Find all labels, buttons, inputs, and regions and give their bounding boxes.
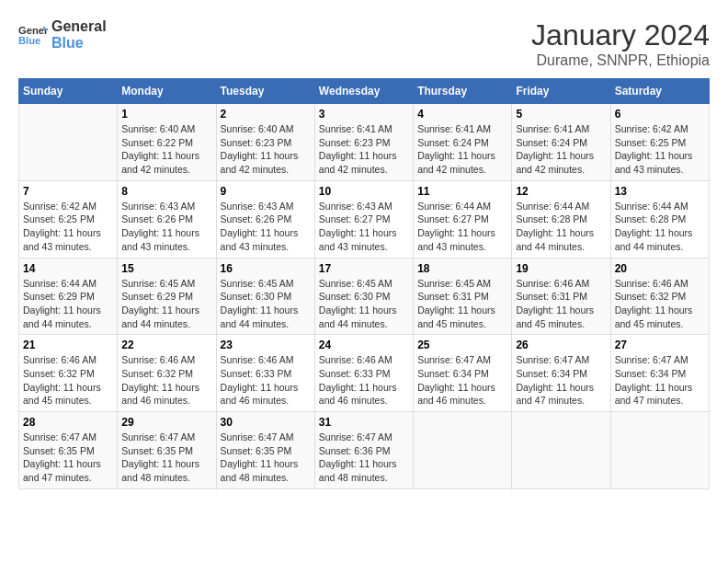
day-info: Sunrise: 6:41 AMSunset: 6:24 PMDaylight:… bbox=[516, 122, 606, 177]
week-row-3: 14Sunrise: 6:44 AMSunset: 6:29 PMDayligh… bbox=[19, 258, 710, 335]
calendar-cell: 14Sunrise: 6:44 AMSunset: 6:29 PMDayligh… bbox=[19, 258, 118, 335]
calendar-cell: 12Sunrise: 6:44 AMSunset: 6:28 PMDayligh… bbox=[512, 180, 610, 258]
day-number: 25 bbox=[417, 339, 507, 351]
day-info: Sunrise: 6:42 AMSunset: 6:25 PMDaylight:… bbox=[615, 122, 705, 177]
day-number: 22 bbox=[121, 339, 211, 351]
calendar-cell: 30Sunrise: 6:47 AMSunset: 6:35 PMDayligh… bbox=[216, 412, 314, 489]
calendar-cell: 10Sunrise: 6:43 AMSunset: 6:27 PMDayligh… bbox=[314, 180, 413, 258]
day-number: 11 bbox=[417, 185, 507, 198]
calendar-cell: 21Sunrise: 6:46 AMSunset: 6:32 PMDayligh… bbox=[19, 335, 118, 412]
day-number: 15 bbox=[121, 262, 211, 275]
day-info: Sunrise: 6:44 AMSunset: 6:28 PMDaylight:… bbox=[516, 200, 606, 254]
day-info: Sunrise: 6:46 AMSunset: 6:33 PMDaylight:… bbox=[319, 353, 409, 408]
day-info: Sunrise: 6:44 AMSunset: 6:27 PMDaylight:… bbox=[417, 200, 507, 254]
calendar-cell: 18Sunrise: 6:45 AMSunset: 6:31 PMDayligh… bbox=[414, 258, 512, 335]
title-block: January 2024 Durame, SNNPR, Ethiopia bbox=[531, 18, 710, 69]
day-info: Sunrise: 6:45 AMSunset: 6:31 PMDaylight:… bbox=[417, 277, 507, 331]
day-number: 20 bbox=[615, 262, 705, 275]
calendar-cell: 23Sunrise: 6:46 AMSunset: 6:33 PMDayligh… bbox=[216, 335, 314, 412]
calendar-cell: 6Sunrise: 6:42 AMSunset: 6:25 PMDaylight… bbox=[610, 104, 709, 181]
day-number: 9 bbox=[221, 185, 311, 198]
calendar-cell: 5Sunrise: 6:41 AMSunset: 6:24 PMDaylight… bbox=[512, 104, 610, 181]
day-number: 13 bbox=[615, 185, 705, 198]
subtitle: Durame, SNNPR, Ethiopia bbox=[531, 52, 710, 69]
logo-line2: Blue bbox=[51, 35, 107, 52]
page-header: General Blue General Blue January 2024 D… bbox=[18, 18, 710, 69]
day-number: 3 bbox=[319, 108, 409, 121]
day-info: Sunrise: 6:47 AMSunset: 6:34 PMDaylight:… bbox=[417, 353, 507, 408]
day-number: 10 bbox=[319, 185, 409, 198]
day-info: Sunrise: 6:46 AMSunset: 6:33 PMDaylight:… bbox=[221, 353, 311, 408]
day-info: Sunrise: 6:47 AMSunset: 6:34 PMDaylight:… bbox=[615, 353, 705, 408]
calendar-cell bbox=[414, 412, 512, 489]
calendar-cell: 27Sunrise: 6:47 AMSunset: 6:34 PMDayligh… bbox=[610, 335, 709, 412]
day-info: Sunrise: 6:47 AMSunset: 6:36 PMDaylight:… bbox=[319, 431, 409, 485]
day-number: 18 bbox=[417, 262, 507, 275]
day-info: Sunrise: 6:41 AMSunset: 6:23 PMDaylight:… bbox=[319, 122, 409, 177]
calendar-cell: 22Sunrise: 6:46 AMSunset: 6:32 PMDayligh… bbox=[118, 335, 216, 412]
day-info: Sunrise: 6:46 AMSunset: 6:32 PMDaylight:… bbox=[615, 277, 705, 331]
calendar-cell: 25Sunrise: 6:47 AMSunset: 6:34 PMDayligh… bbox=[414, 335, 512, 412]
day-number: 23 bbox=[221, 339, 311, 351]
calendar-cell: 19Sunrise: 6:46 AMSunset: 6:31 PMDayligh… bbox=[512, 258, 610, 335]
calendar-cell: 29Sunrise: 6:47 AMSunset: 6:35 PMDayligh… bbox=[118, 412, 216, 489]
day-info: Sunrise: 6:45 AMSunset: 6:29 PMDaylight:… bbox=[121, 277, 211, 331]
day-header-monday: Monday bbox=[118, 79, 216, 104]
day-info: Sunrise: 6:40 AMSunset: 6:23 PMDaylight:… bbox=[221, 122, 311, 177]
logo-line1: General bbox=[51, 18, 107, 35]
day-info: Sunrise: 6:47 AMSunset: 6:34 PMDaylight:… bbox=[516, 353, 606, 408]
day-header-friday: Friday bbox=[512, 79, 610, 104]
day-number: 1 bbox=[121, 108, 211, 121]
calendar-cell: 11Sunrise: 6:44 AMSunset: 6:27 PMDayligh… bbox=[414, 180, 512, 258]
day-number: 30 bbox=[221, 416, 311, 429]
day-number: 31 bbox=[319, 416, 409, 429]
day-header-sunday: Sunday bbox=[19, 79, 118, 104]
day-info: Sunrise: 6:43 AMSunset: 6:27 PMDaylight:… bbox=[319, 200, 409, 254]
calendar-cell: 1Sunrise: 6:40 AMSunset: 6:22 PMDaylight… bbox=[118, 104, 216, 181]
calendar-cell: 15Sunrise: 6:45 AMSunset: 6:29 PMDayligh… bbox=[118, 258, 216, 335]
day-info: Sunrise: 6:41 AMSunset: 6:24 PMDaylight:… bbox=[417, 122, 507, 177]
svg-text:Blue: Blue bbox=[18, 35, 40, 46]
main-title: January 2024 bbox=[531, 18, 710, 52]
day-info: Sunrise: 6:44 AMSunset: 6:29 PMDaylight:… bbox=[23, 277, 113, 331]
day-number: 2 bbox=[221, 108, 311, 121]
day-number: 21 bbox=[23, 339, 113, 351]
day-info: Sunrise: 6:45 AMSunset: 6:30 PMDaylight:… bbox=[221, 277, 311, 331]
calendar-header-row: SundayMondayTuesdayWednesdayThursdayFrid… bbox=[19, 79, 710, 104]
calendar-cell: 16Sunrise: 6:45 AMSunset: 6:30 PMDayligh… bbox=[216, 258, 314, 335]
week-row-1: 1Sunrise: 6:40 AMSunset: 6:22 PMDaylight… bbox=[19, 104, 710, 181]
day-number: 6 bbox=[615, 108, 705, 121]
day-info: Sunrise: 6:40 AMSunset: 6:22 PMDaylight:… bbox=[121, 122, 211, 177]
calendar-cell: 8Sunrise: 6:43 AMSunset: 6:26 PMDaylight… bbox=[118, 180, 216, 258]
calendar-cell: 9Sunrise: 6:43 AMSunset: 6:26 PMDaylight… bbox=[216, 180, 314, 258]
day-header-thursday: Thursday bbox=[414, 79, 512, 104]
day-number: 26 bbox=[516, 339, 606, 351]
day-info: Sunrise: 6:46 AMSunset: 6:32 PMDaylight:… bbox=[23, 353, 113, 408]
calendar-cell: 2Sunrise: 6:40 AMSunset: 6:23 PMDaylight… bbox=[216, 104, 314, 181]
calendar-cell: 28Sunrise: 6:47 AMSunset: 6:35 PMDayligh… bbox=[19, 412, 118, 489]
day-number: 5 bbox=[516, 108, 606, 121]
day-info: Sunrise: 6:47 AMSunset: 6:35 PMDaylight:… bbox=[23, 431, 113, 485]
calendar-cell bbox=[512, 412, 610, 489]
day-number: 4 bbox=[417, 108, 507, 121]
day-header-saturday: Saturday bbox=[610, 79, 709, 104]
day-info: Sunrise: 6:47 AMSunset: 6:35 PMDaylight:… bbox=[121, 431, 211, 485]
calendar-table: SundayMondayTuesdayWednesdayThursdayFrid… bbox=[18, 78, 710, 489]
week-row-2: 7Sunrise: 6:42 AMSunset: 6:25 PMDaylight… bbox=[19, 180, 710, 258]
calendar-cell: 17Sunrise: 6:45 AMSunset: 6:30 PMDayligh… bbox=[314, 258, 413, 335]
calendar-cell: 31Sunrise: 6:47 AMSunset: 6:36 PMDayligh… bbox=[314, 412, 413, 489]
day-info: Sunrise: 6:43 AMSunset: 6:26 PMDaylight:… bbox=[121, 200, 211, 254]
calendar-cell: 4Sunrise: 6:41 AMSunset: 6:24 PMDaylight… bbox=[414, 104, 512, 181]
logo-icon: General Blue bbox=[18, 22, 48, 48]
day-number: 29 bbox=[121, 416, 211, 429]
week-row-4: 21Sunrise: 6:46 AMSunset: 6:32 PMDayligh… bbox=[19, 335, 710, 412]
calendar-cell: 26Sunrise: 6:47 AMSunset: 6:34 PMDayligh… bbox=[512, 335, 610, 412]
day-number: 27 bbox=[615, 339, 705, 351]
day-header-wednesday: Wednesday bbox=[314, 79, 413, 104]
day-number: 24 bbox=[319, 339, 409, 351]
day-number: 17 bbox=[319, 262, 409, 275]
calendar-cell: 3Sunrise: 6:41 AMSunset: 6:23 PMDaylight… bbox=[314, 104, 413, 181]
day-info: Sunrise: 6:46 AMSunset: 6:31 PMDaylight:… bbox=[516, 277, 606, 331]
calendar-cell: 7Sunrise: 6:42 AMSunset: 6:25 PMDaylight… bbox=[19, 180, 118, 258]
day-header-tuesday: Tuesday bbox=[216, 79, 314, 104]
